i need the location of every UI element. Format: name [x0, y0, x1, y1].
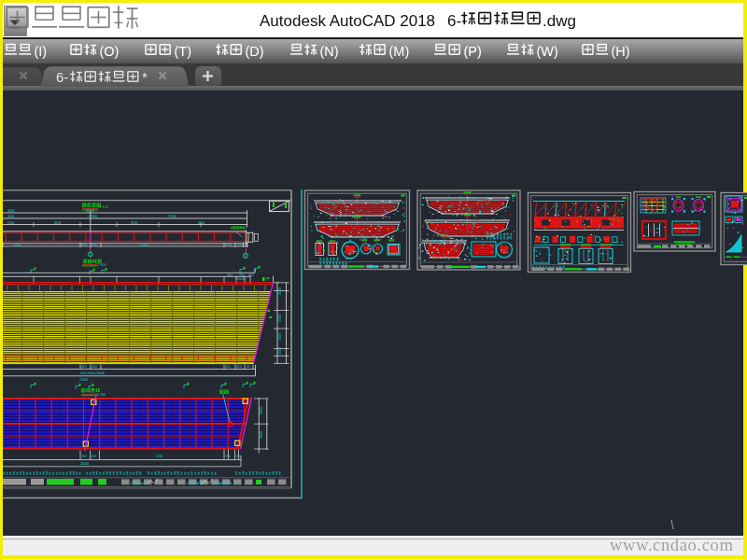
svg-text:8500: 8500	[131, 221, 138, 225]
svg-text:19000: 19000	[168, 215, 176, 218]
svg-text:3600: 3600	[260, 407, 263, 414]
svg-text:(M): (M)	[389, 44, 410, 59]
svg-text:150: 150	[225, 455, 231, 458]
svg-text:450: 450	[92, 365, 97, 369]
svg-text:1:100: 1:100	[98, 263, 106, 267]
svg-text:.dwg: .dwg	[543, 12, 576, 30]
svg-text:19000: 19000	[89, 215, 97, 218]
svg-text:(H): (H)	[612, 44, 630, 59]
svg-text:2500: 2500	[278, 315, 282, 322]
svg-text:Autodesk AutoCAD 2018: Autodesk AutoCAD 2018	[260, 12, 435, 30]
svg-text:450: 450	[225, 365, 231, 369]
svg-text:24000: 24000	[80, 462, 89, 466]
svg-text:3600: 3600	[260, 431, 263, 439]
svg-text:2500: 2500	[278, 333, 282, 341]
svg-text:6-: 6-	[56, 69, 68, 85]
svg-text:1350: 1350	[225, 243, 233, 246]
svg-text:1500: 1500	[7, 221, 15, 225]
svg-text:150: 150	[235, 455, 241, 458]
svg-text:(T): (T)	[175, 44, 192, 59]
svg-text:450: 450	[236, 365, 242, 369]
svg-text:(O): (O)	[100, 44, 120, 59]
svg-text:450: 450	[92, 243, 97, 246]
svg-text:(N): (N)	[320, 44, 339, 59]
svg-text:16x1500=24000: 16x1500=24000	[80, 371, 105, 375]
svg-text:*: *	[142, 69, 148, 85]
svg-text:450: 450	[92, 455, 97, 458]
svg-text:(D): (D)	[246, 44, 264, 59]
svg-text:13500: 13500	[140, 244, 148, 247]
svg-text:1:100: 1:100	[99, 204, 109, 209]
svg-text:950: 950	[237, 243, 243, 246]
svg-text:(P): (P)	[464, 44, 482, 59]
svg-text:450: 450	[81, 455, 87, 458]
svg-text:(I): (I)	[35, 44, 48, 59]
svg-text:450: 450	[81, 365, 87, 369]
svg-text:500x30: 500x30	[235, 277, 246, 281]
svg-text:2500: 2500	[278, 287, 282, 295]
svg-text:www.cndao.com: www.cndao.com	[610, 535, 734, 554]
svg-text:6-: 6-	[447, 12, 461, 30]
svg-text:8500: 8500	[54, 221, 62, 225]
svg-text:40000: 40000	[86, 209, 94, 213]
svg-text:24000: 24000	[79, 378, 88, 382]
svg-text:40: 40	[247, 365, 250, 369]
svg-text:13500: 13500	[13, 244, 21, 247]
svg-text:4000: 4000	[7, 209, 15, 213]
svg-text:8500: 8500	[198, 221, 205, 225]
svg-text:(W): (W)	[537, 44, 558, 59]
svg-text:2500: 2500	[278, 347, 282, 355]
svg-text:1:100: 1:100	[97, 393, 106, 397]
svg-text:450: 450	[81, 243, 87, 246]
svg-text:2450: 2450	[156, 455, 163, 458]
svg-text:3000: 3000	[7, 215, 15, 218]
